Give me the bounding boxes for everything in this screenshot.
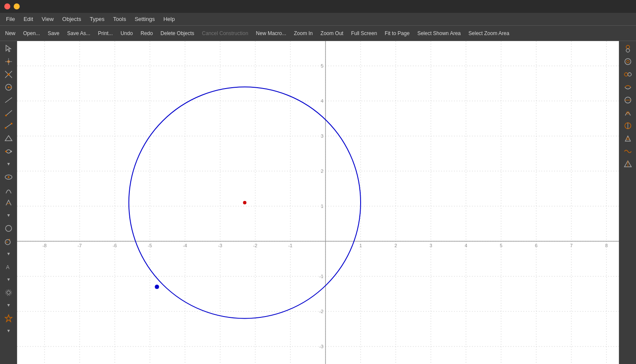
svg-point-14 [11,123,12,124]
svg-marker-31 [7,304,10,307]
svg-marker-15 [5,136,12,141]
left-sidebar-icon-20[interactable] [2,299,15,311]
toolbar-btn-new-macro[interactable]: New Macro... [253,29,290,38]
left-sidebar-icon-9[interactable] [2,158,15,170]
toolbar-btn-undo[interactable]: Undo [117,29,136,38]
left-sidebar-icon-13[interactable] [2,210,15,222]
menu-item-view[interactable]: View [37,14,58,24]
left-sidebar: A [0,41,17,364]
left-sidebar-icon-11[interactable] [2,184,15,196]
svg-text:A: A [6,264,9,270]
toolbar-btn-select-shown[interactable]: Select Shown Area [414,29,464,38]
main-area: A [0,41,636,364]
svg-marker-32 [5,315,12,322]
svg-marker-21 [7,214,10,217]
svg-marker-45 [625,136,630,141]
left-sidebar-icon-4[interactable] [2,94,15,106]
svg-point-8 [10,87,11,88]
left-sidebar-icon-8[interactable] [2,145,15,157]
svg-point-37 [627,60,629,63]
svg-marker-33 [7,330,10,332]
right-sidebar-icon-4[interactable] [621,94,635,106]
left-sidebar-icon-5[interactable] [2,107,15,119]
svg-line-10 [6,110,12,115]
svg-marker-26 [7,253,10,255]
left-sidebar-icon-14[interactable] [2,222,15,234]
toolbar-btn-cancel: Cancel Construction [199,29,252,38]
window-controls [4,3,20,9]
svg-point-24 [6,242,7,243]
svg-point-20 [8,176,9,178]
toolbar-btn-select-zoom[interactable]: Select Zoom Area [465,29,513,38]
menu-item-help[interactable]: Help [159,14,179,24]
left-sidebar-icon-22[interactable] [2,325,15,337]
svg-point-16 [5,151,7,152]
menubar: FileEditViewObjectsTypesToolsSettingsHel… [0,13,636,26]
svg-point-29 [7,291,10,294]
right-sidebar [619,41,636,364]
left-sidebar-icon-2[interactable] [2,68,15,80]
svg-point-39 [628,73,631,76]
left-sidebar-icon-19[interactable] [2,287,15,299]
canvas-area[interactable] [17,41,619,364]
toolbar-btn-print[interactable]: Print... [95,29,116,38]
toolbar-btn-redo[interactable]: Redo [137,29,156,38]
left-sidebar-icon-15[interactable] [2,235,15,247]
left-sidebar-icon-6[interactable] [2,120,15,132]
left-sidebar-icon-12[interactable] [2,197,15,209]
left-sidebar-icon-18[interactable] [2,274,15,286]
svg-point-46 [627,138,629,140]
right-sidebar-icon-2[interactable] [621,68,635,80]
right-sidebar-icon-9[interactable] [621,158,635,170]
right-sidebar-icon-8[interactable] [621,145,635,157]
left-sidebar-icon-10[interactable] [2,171,15,183]
menu-item-edit[interactable]: Edit [19,14,37,24]
right-sidebar-icon-5[interactable] [621,107,635,119]
toolbar-btn-save-as[interactable]: Save As... [64,29,94,38]
left-sidebar-icon-16[interactable] [2,248,15,260]
titlebar [0,0,636,13]
toolbar: NewOpen...SaveSave As...Print...UndoRedo… [0,26,636,41]
svg-marker-18 [7,163,10,166]
close-button[interactable] [4,3,10,9]
svg-point-11 [5,115,7,116]
svg-point-35 [626,49,630,52]
toolbar-btn-zoom-out[interactable]: Zoom Out [317,29,346,38]
left-sidebar-icon-7[interactable] [2,133,15,145]
svg-marker-28 [7,278,10,281]
right-sidebar-icon-7[interactable] [621,133,635,145]
svg-point-7 [8,86,9,88]
left-sidebar-icon-0[interactable] [2,43,15,55]
svg-point-38 [624,73,628,76]
svg-point-22 [6,225,12,231]
left-sidebar-icon-3[interactable] [2,81,15,93]
svg-point-23 [5,240,10,245]
menu-item-tools[interactable]: Tools [109,14,130,24]
left-sidebar-icon-21[interactable] [2,312,15,324]
toolbar-btn-full-screen[interactable]: Full Screen [348,29,381,38]
toolbar-btn-fit-to-page[interactable]: Fit to Page [381,29,413,38]
left-sidebar-icon-17[interactable]: A [2,261,15,273]
svg-point-34 [626,45,630,49]
right-sidebar-icon-6[interactable] [621,120,635,132]
menu-item-objects[interactable]: Objects [58,14,85,24]
toolbar-btn-delete[interactable]: Delete Objects [157,29,198,38]
svg-point-25 [9,239,10,240]
svg-point-17 [10,151,12,152]
toolbar-btn-save[interactable]: Save [44,29,63,38]
toolbar-btn-open[interactable]: Open... [20,29,43,38]
svg-point-30 [6,290,12,296]
left-sidebar-icon-1[interactable] [2,56,15,68]
minimize-button[interactable] [14,3,20,9]
svg-point-13 [5,127,6,129]
svg-line-12 [6,124,12,128]
toolbar-btn-zoom-in[interactable]: Zoom In [290,29,316,38]
right-sidebar-icon-0[interactable] [621,43,635,55]
toolbar-btn-new[interactable]: New [2,29,19,38]
right-sidebar-icon-3[interactable] [621,81,635,93]
right-sidebar-icon-1[interactable] [621,56,635,68]
svg-point-5 [7,74,9,76]
menu-item-types[interactable]: Types [85,14,109,24]
menu-item-settings[interactable]: Settings [130,14,159,24]
menu-item-file[interactable]: File [2,14,19,24]
